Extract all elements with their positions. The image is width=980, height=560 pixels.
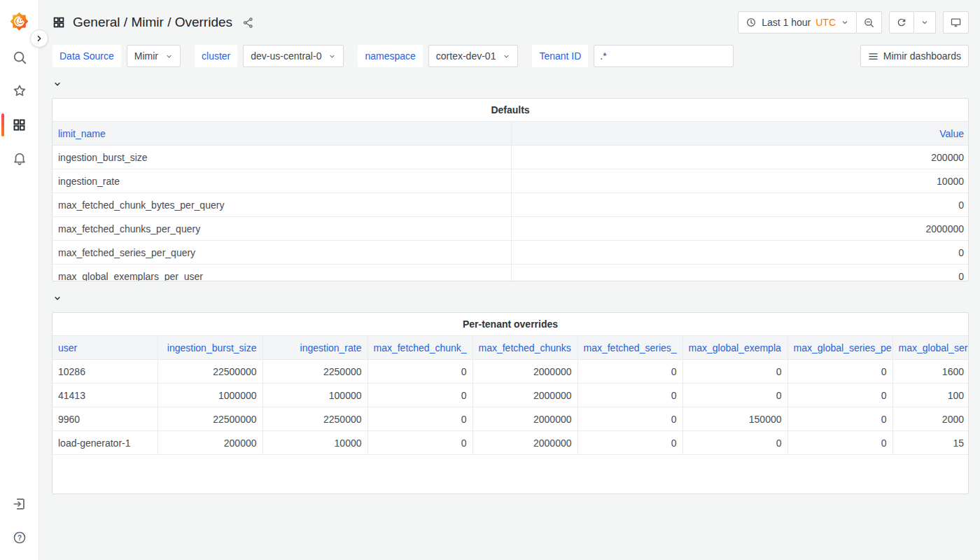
cluster-select[interactable]: dev-us-central-0: [243, 45, 344, 67]
clock-icon: [746, 17, 757, 28]
table-header-row: useringestion_burst_sizeingestion_ratema…: [52, 336, 969, 360]
table-row: load-generator-1200000100000200000000015: [52, 431, 969, 455]
refresh-controls-group: [889, 11, 936, 34]
row-collapse-toggle-defaults[interactable]: [52, 76, 62, 92]
tenant-id-input[interactable]: [594, 45, 734, 67]
table-cell: 2000000: [472, 360, 578, 384]
variable-label[interactable]: Data Source: [52, 45, 121, 67]
table-cell: 10286: [52, 360, 158, 384]
defaults-table: limit_nameValueingestion_burst_size20000…: [52, 121, 969, 281]
caret-down-icon: [841, 18, 849, 27]
zoom-out-button[interactable]: [857, 11, 882, 34]
datasource-select[interactable]: Mimir: [127, 45, 181, 67]
table-cell: 9960: [52, 407, 158, 431]
panel-title[interactable]: Defaults: [52, 99, 968, 121]
table-cell: 2000000: [472, 384, 578, 407]
table-cell: 0: [368, 407, 472, 431]
sidebar-bottom: ?: [0, 487, 39, 560]
column-header[interactable]: ingestion_burst_size: [158, 336, 262, 360]
refresh-button[interactable]: [889, 11, 914, 34]
mimir-dashboards-button[interactable]: Mimir dashboards: [860, 45, 969, 67]
table-cell: 100000: [262, 384, 368, 407]
table-cell: 2000000: [472, 431, 578, 455]
kiosk-mode-button[interactable]: [943, 11, 969, 34]
sidebar-item-help[interactable]: ?: [0, 521, 39, 554]
svg-text:?: ?: [17, 534, 21, 542]
sidebar-item-dashboards[interactable]: [0, 108, 39, 141]
table-cell: 200000: [158, 431, 262, 455]
timezone-label: UTC: [816, 17, 836, 28]
zoom-out-icon: [863, 17, 875, 29]
table-cell: 0: [578, 360, 682, 384]
star-icon: [12, 83, 27, 99]
table-row: ingestion_burst_size200000: [52, 146, 969, 169]
table-cell: 1600: [892, 360, 969, 384]
caret-down-icon: [165, 52, 173, 60]
sidebar-item-sign-in[interactable]: [0, 487, 39, 521]
table-cell: 0: [511, 241, 969, 265]
column-header[interactable]: max_fetched_chunk_: [368, 336, 472, 360]
column-header[interactable]: user: [52, 336, 158, 360]
sign-in-icon: [12, 496, 27, 512]
column-header[interactable]: max_global_series_pe: [788, 336, 892, 360]
search-icon: [12, 50, 27, 65]
table-cell: 0: [368, 431, 472, 455]
time-range-label: Last 1 hour: [762, 17, 811, 28]
column-header[interactable]: ingestion_rate: [262, 336, 368, 360]
table-cell: 0: [788, 431, 892, 455]
per-tenant-overrides-table: useringestion_burst_sizeingestion_ratema…: [52, 335, 969, 455]
time-controls-group: Last 1 hour UTC: [738, 11, 882, 34]
breadcrumb[interactable]: General / Mimir / Overrides: [52, 15, 254, 30]
mimir-dashboards-label: Mimir dashboards: [883, 50, 961, 62]
table-cell: 2000000: [511, 217, 969, 241]
table-row: 996022500000225000002000000015000002000: [52, 407, 969, 431]
table-row: max_fetched_chunk_bytes_per_query0: [52, 193, 969, 217]
namespace-select[interactable]: cortex-dev-01: [428, 45, 519, 67]
column-header[interactable]: max_fetched_chunks: [472, 336, 578, 360]
table-cell: ingestion_rate: [52, 169, 511, 193]
time-range-picker[interactable]: Last 1 hour UTC: [738, 11, 857, 34]
column-header[interactable]: max_global_seri: [892, 336, 969, 360]
column-header[interactable]: max_global_exempla: [682, 336, 788, 360]
table-cell: 2000: [892, 407, 969, 431]
table-cell: 0: [682, 431, 788, 455]
sidebar-item-starred[interactable]: [0, 74, 39, 108]
variable-datasource: Data Source Mimir: [52, 45, 181, 67]
apps-icon: [52, 16, 65, 29]
variable-label[interactable]: namespace: [358, 45, 422, 67]
sidebar: ?: [0, 0, 39, 560]
panel-title[interactable]: Per-tenant overrides: [52, 313, 968, 335]
column-header[interactable]: limit_name: [52, 122, 511, 146]
row-collapse-chevron-icon: [52, 79, 62, 89]
main-area: General / Mimir / Overrides Last 1 hour …: [39, 0, 980, 560]
bell-icon: [12, 150, 27, 166]
kiosk-monitor-icon: [950, 17, 962, 29]
table-cell: 200000: [511, 146, 969, 169]
caret-down-icon: [920, 18, 929, 27]
table-row: max_fetched_chunks_per_query2000000: [52, 217, 969, 241]
per-tenant-overrides-panel: Per-tenant overrides useringestion_burst…: [52, 312, 969, 494]
table-cell: 22500000: [158, 360, 262, 384]
expand-sidebar-button[interactable]: [30, 29, 48, 48]
table-row: 10286225000002250000020000000001600: [52, 360, 969, 384]
table-cell: 1000000: [158, 384, 262, 407]
refresh-interval-dropdown[interactable]: [914, 11, 936, 34]
table-cell: max_fetched_chunk_bytes_per_query: [52, 193, 511, 217]
row-collapse-chevron-icon: [52, 293, 62, 303]
sidebar-item-alerting[interactable]: [0, 141, 39, 175]
table-header-row: limit_nameValue: [52, 122, 969, 146]
variable-label[interactable]: Tenant ID: [532, 45, 588, 67]
variable-namespace: namespace cortex-dev-01: [358, 45, 518, 67]
column-header[interactable]: Value: [511, 122, 969, 146]
row-collapse-toggle-per-tenant[interactable]: [52, 290, 62, 307]
column-header[interactable]: max_fetched_series_: [578, 336, 682, 360]
table-cell: 2250000: [262, 360, 368, 384]
share-alt-icon[interactable]: [242, 17, 254, 29]
dashboard-submenu: Data Source Mimir cluster dev-us-central…: [39, 45, 980, 67]
variable-label[interactable]: cluster: [195, 45, 237, 67]
table-cell: max_global_exemplars_per_user: [52, 265, 511, 282]
variable-value: Mimir: [134, 50, 158, 62]
grafana-logo[interactable]: [10, 12, 29, 31]
table-cell: ingestion_burst_size: [52, 146, 511, 169]
help-icon: ?: [12, 530, 27, 545]
